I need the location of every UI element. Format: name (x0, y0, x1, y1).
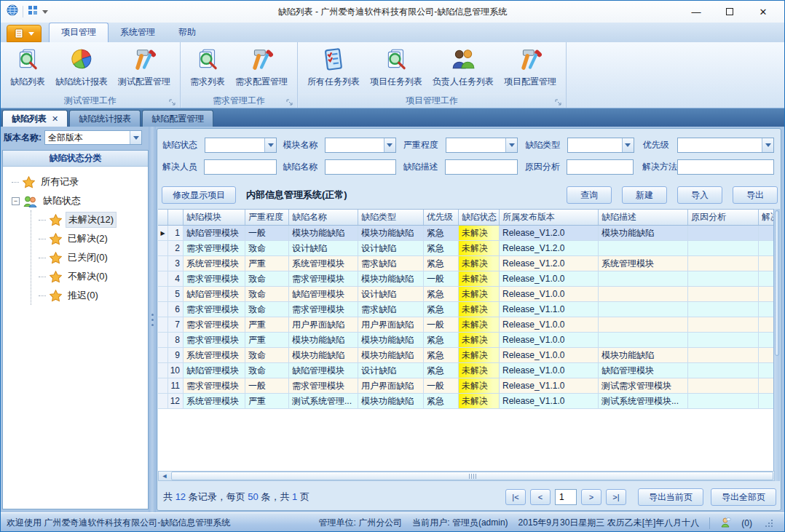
table-row[interactable]: 4需求管理模块致命需求管理模块模块功能缺陷一般未解决Release_V1.0.0 (158, 271, 775, 287)
column-header-优先级[interactable]: 优先级 (424, 210, 459, 225)
ribbon-button-负责人任务列表[interactable]: 负责人任务列表 (427, 45, 499, 90)
ribbon-button-项目配置管理[interactable]: 项目配置管理 (499, 45, 561, 90)
export-button[interactable]: 导出 (733, 186, 778, 204)
table-row[interactable]: 10缺陷管理模块致命缺陷管理模块设计缺陷紧急未解决Release_V1.0.0缺… (158, 363, 775, 378)
table-cell-version: Release_V1.0.0 (500, 348, 599, 363)
splitter-handle[interactable] (149, 127, 156, 512)
table-cell-desc (599, 302, 688, 317)
export-all-pages-button[interactable]: 导出全部页 (711, 488, 776, 506)
message-count[interactable]: (0) (741, 518, 752, 528)
table-row[interactable]: 7需求管理模块严重用户界面缺陷用户界面缺陷一般未解决Release_V1.0.0 (158, 317, 775, 333)
table-row[interactable]: 2需求管理模块致命设计缺陷设计缺陷紧急未解决Release_V1.2.0 (158, 241, 775, 256)
system-status-label: 内部信息管理系统(正常) (246, 188, 347, 202)
ribbon-tab-系统管理[interactable]: 系统管理 (109, 23, 167, 42)
ribbon-button-缺陷统计报表[interactable]: 缺陷统计报表 (50, 45, 113, 90)
column-header-缺陷类型[interactable]: 缺陷类型 (358, 210, 424, 225)
user-status-icon[interactable] (720, 517, 731, 530)
column-header-解决方法[interactable]: 解决方法 (759, 210, 775, 225)
dialog-launcher-icon[interactable] (169, 98, 176, 106)
filter-combo-严重程度[interactable] (446, 138, 518, 153)
horizontal-scrollbar[interactable]: ◄ (158, 471, 775, 481)
table-row[interactable]: 8需求管理模块严重模块功能缺陷模块功能缺陷紧急未解决Release_V1.0.0 (158, 333, 775, 348)
ribbon-group-buttons: 缺陷列表缺陷统计报表测试配置管理 (2, 44, 178, 93)
scroll-left-icon[interactable]: ◄ (159, 472, 170, 480)
table-cell-cause (688, 241, 759, 256)
maximize-button[interactable] (713, 1, 746, 23)
import-button[interactable]: 导入 (677, 186, 722, 204)
ribbon-button-缺陷列表[interactable]: 缺陷列表 (5, 45, 50, 90)
doc-tab-缺陷列表[interactable]: 缺陷列表✕ (2, 110, 68, 127)
ribbon-button-需求配置管理[interactable]: 需求配置管理 (230, 45, 293, 90)
table-row[interactable]: 5缺陷管理模块致命缺陷管理模块设计缺陷紧急未解决Release_V1.0.0 (158, 287, 775, 302)
column-header-缺陷描述[interactable]: 缺陷描述 (599, 210, 688, 225)
vertical-scrollbar[interactable] (773, 209, 780, 481)
filter-combo-缺陷状态[interactable] (205, 138, 277, 153)
app-menu-button[interactable] (7, 25, 42, 42)
dialog-launcher-icon[interactable] (555, 98, 562, 106)
first-page-button[interactable]: |< (505, 489, 526, 505)
next-page-button[interactable]: > (581, 489, 601, 505)
page-number-input[interactable] (555, 489, 577, 505)
close-tab-icon[interactable]: ✕ (52, 114, 58, 124)
version-combobox[interactable]: 全部版本 (44, 130, 142, 145)
combo-dropdown-button[interactable] (622, 138, 634, 152)
layout-icon[interactable] (28, 5, 38, 18)
prev-page-button[interactable]: < (530, 489, 551, 505)
ribbon-tab-帮助[interactable]: 帮助 (167, 23, 208, 42)
table-row[interactable]: 11需求管理模块一般需求管理模块用户界面缺陷一般未解决Release_V1.1.… (158, 378, 775, 394)
combo-dropdown-button[interactable] (505, 138, 517, 152)
minimize-button[interactable]: — (679, 1, 713, 23)
vertical-scrollbar-thumb[interactable] (775, 210, 779, 356)
combo-dropdown-button[interactable] (130, 131, 141, 144)
ribbon-button-所有任务列表[interactable]: 所有任务列表 (302, 45, 365, 90)
close-button[interactable]: ✕ (746, 1, 780, 23)
table-row[interactable]: 9系统管理模块致命模块功能缺陷模块功能缺陷紧急未解决Release_V1.0.0… (158, 348, 775, 363)
ribbon-button-项目任务列表[interactable]: 项目任务列表 (365, 45, 427, 90)
dialog-launcher-icon[interactable] (286, 98, 293, 106)
combo-dropdown-button[interactable] (264, 138, 276, 152)
table-row[interactable]: ▶1缺陷管理模块一般模块功能缺陷模块功能缺陷紧急未解决Release_V1.2.… (158, 226, 775, 241)
ribbon-button-label: 负责人任务列表 (433, 76, 494, 88)
tree-item-已解决(2)[interactable]: 已解决(2) (39, 229, 148, 248)
tree-item-已关闭(0)[interactable]: 已关闭(0) (39, 248, 148, 267)
doc-tab-缺陷统计报表[interactable]: 缺陷统计报表 (69, 110, 141, 127)
query-button[interactable]: 查询 (567, 186, 612, 204)
combo-dropdown-button[interactable] (384, 138, 395, 152)
tree-item-缺陷状态[interactable]: −缺陷状态 (12, 191, 148, 210)
filter-input-解决方法[interactable] (677, 159, 774, 175)
column-header-缺陷模块[interactable]: 缺陷模块 (184, 210, 245, 225)
filter-input-解决人员[interactable] (204, 159, 277, 175)
tree-item-未解决(12)[interactable]: 未解决(12) (39, 210, 148, 229)
tree-expander-icon[interactable]: − (12, 197, 20, 205)
horizontal-scrollbar-thumb[interactable] (171, 472, 773, 480)
resize-grip[interactable] (765, 520, 773, 527)
new-button[interactable]: 新建 (622, 186, 667, 204)
column-header-缺陷名称[interactable]: 缺陷名称 (289, 210, 358, 225)
table-row[interactable]: 3系统管理模块严重系统管理模块需求缺陷紧急未解决Release_V1.2.0系统… (158, 256, 775, 271)
combo-dropdown-button[interactable] (762, 138, 773, 152)
column-header-原因分析[interactable]: 原因分析 (688, 210, 759, 225)
tree-item-所有记录[interactable]: 所有记录 (12, 172, 148, 191)
filter-input-缺陷名称[interactable] (325, 159, 396, 175)
ribbon-tab-项目管理[interactable]: 项目管理 (49, 23, 109, 42)
table-row[interactable]: 6需求管理模块致命需求管理模块需求缺陷紧急未解决Release_V1.1.0 (158, 302, 775, 317)
qat-dropdown-icon[interactable] (42, 10, 48, 14)
filter-combo-缺陷类型[interactable] (567, 138, 634, 153)
filter-input-原因分析[interactable] (567, 159, 634, 175)
filter-combo-优先级[interactable] (677, 138, 774, 153)
table-row[interactable]: 12系统管理模块严重测试系统管理...模块功能缺陷紧急未解决Release_V1… (158, 394, 775, 409)
tree-item-推迟(0)[interactable]: 推迟(0) (39, 286, 148, 305)
export-current-page-button[interactable]: 导出当前页 (638, 488, 703, 506)
column-header-严重程度[interactable]: 严重程度 (245, 210, 289, 225)
ribbon-group-title: 测试管理工作 (2, 93, 178, 108)
doc-tab-缺陷配置管理[interactable]: 缺陷配置管理 (142, 110, 213, 127)
modify-columns-button[interactable]: 修改显示项目 (162, 186, 236, 204)
column-header-缺陷状态[interactable]: 缺陷状态 (459, 210, 500, 225)
column-header-所属发布版本[interactable]: 所属发布版本 (500, 210, 599, 225)
filter-combo-模块名称[interactable] (325, 138, 396, 153)
tree-item-不解决(0)[interactable]: 不解决(0) (39, 267, 148, 286)
filter-input-缺陷描述[interactable] (445, 159, 518, 175)
last-page-button[interactable]: >| (606, 489, 626, 505)
ribbon-button-测试配置管理[interactable]: 测试配置管理 (113, 45, 175, 90)
ribbon-button-需求列表[interactable]: 需求列表 (185, 45, 230, 90)
